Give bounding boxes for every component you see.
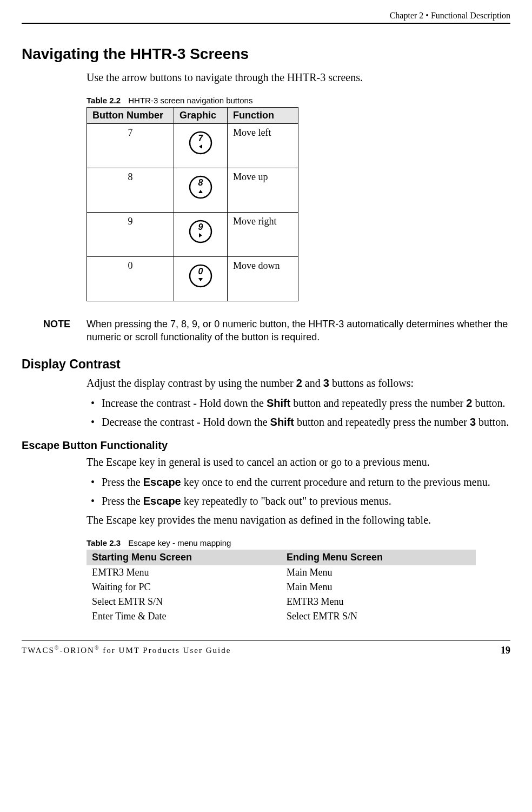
table23-caption: Table 2.3 Escape key - menu mapping bbox=[87, 538, 510, 547]
escape-outro: The Escape key provides the menu navigat… bbox=[87, 513, 510, 527]
page-number: 19 bbox=[501, 645, 510, 656]
escape-intro: The Escape key in general is used to can… bbox=[87, 455, 510, 470]
button-function: Move up bbox=[228, 168, 298, 213]
page-footer: TWACS®-ORION® for UMT Products User Guid… bbox=[22, 640, 510, 656]
contrast-increase: Increase the contrast - Hold down the Sh… bbox=[102, 396, 510, 411]
table-row: Select EMTR S/NEMTR3 Menu bbox=[87, 595, 476, 609]
starting-menu: Select EMTR S/N bbox=[87, 595, 281, 609]
nav-button-table: Button Number Graphic Function 77Move le… bbox=[87, 107, 298, 301]
starting-menu: Enter Time & Date bbox=[87, 609, 281, 624]
button-number: 8 bbox=[87, 168, 174, 213]
svg-text:0: 0 bbox=[198, 267, 203, 276]
button-graphic: 7 bbox=[174, 124, 228, 168]
section1-intro: Use the arrow buttons to navigate throug… bbox=[87, 70, 510, 85]
th-function: Function bbox=[228, 108, 298, 124]
right-arrow-button-icon: 9 bbox=[188, 219, 213, 247]
footer-title: TWACS®-ORION® for UMT Products User Guid… bbox=[22, 645, 231, 656]
svg-text:7: 7 bbox=[198, 134, 204, 143]
table-row: Enter Time & DateSelect EMTR S/N bbox=[87, 609, 476, 624]
starting-menu: Waiting for PC bbox=[87, 580, 281, 595]
section-title: Navigating the HHTR-3 Screens bbox=[22, 45, 510, 63]
note-block: NOTE When pressing the 7, 8, 9, or 0 num… bbox=[43, 318, 510, 344]
down-arrow-button-icon: 0 bbox=[188, 263, 213, 291]
table-row: Waiting for PCMain Menu bbox=[87, 580, 476, 595]
table23-caption-text: Escape key - menu mapping bbox=[128, 538, 231, 547]
button-function: Move right bbox=[228, 213, 298, 257]
button-function: Move down bbox=[228, 257, 298, 301]
note-label: NOTE bbox=[43, 318, 87, 344]
contrast-list: Increase the contrast - Hold down the Sh… bbox=[87, 396, 510, 430]
table22-caption-text: HHTR-3 screen navigation buttons bbox=[128, 96, 252, 105]
button-number: 0 bbox=[87, 257, 174, 301]
escape-list: Press the Escape key once to end the cur… bbox=[87, 475, 510, 509]
table-row: 00Move down bbox=[87, 257, 298, 301]
contrast-decrease: Decrease the contrast - Hold down the Sh… bbox=[102, 415, 510, 430]
left-arrow-button-icon: 7 bbox=[188, 130, 213, 158]
button-function: Move left bbox=[228, 124, 298, 168]
table22-caption: Table 2.2 HHTR-3 screen navigation butto… bbox=[87, 96, 510, 105]
ending-menu: EMTR3 Menu bbox=[281, 595, 476, 609]
escape-title: Escape Button Functionality bbox=[22, 439, 510, 452]
button-number: 9 bbox=[87, 213, 174, 257]
th-ending: Ending Menu Screen bbox=[281, 550, 476, 565]
table-row: 99Move right bbox=[87, 213, 298, 257]
th-button-number: Button Number bbox=[87, 108, 174, 124]
table22-number: Table 2.2 bbox=[87, 96, 121, 105]
page-header: Chapter 2 • Functional Description bbox=[22, 11, 510, 24]
button-graphic: 8 bbox=[174, 168, 228, 213]
button-graphic: 0 bbox=[174, 257, 228, 301]
table23-number: Table 2.3 bbox=[87, 538, 121, 547]
starting-menu: EMTR3 Menu bbox=[87, 565, 281, 580]
th-graphic: Graphic bbox=[174, 108, 228, 124]
button-number: 7 bbox=[87, 124, 174, 168]
ending-menu: Main Menu bbox=[281, 565, 476, 580]
table-row: 88Move up bbox=[87, 168, 298, 213]
th-starting: Starting Menu Screen bbox=[87, 550, 281, 565]
ending-menu: Main Menu bbox=[281, 580, 476, 595]
table-row: EMTR3 MenuMain Menu bbox=[87, 565, 476, 580]
note-text: When pressing the 7, 8, 9, or 0 numeric … bbox=[87, 318, 510, 344]
escape-once: Press the Escape key once to end the cur… bbox=[102, 475, 510, 490]
ending-menu: Select EMTR S/N bbox=[281, 609, 476, 624]
escape-repeat: Press the Escape key repeatedly to "back… bbox=[102, 494, 510, 509]
button-graphic: 9 bbox=[174, 213, 228, 257]
svg-text:8: 8 bbox=[198, 178, 203, 187]
svg-text:9: 9 bbox=[198, 222, 203, 232]
escape-map-table: Starting Menu Screen Ending Menu Screen … bbox=[87, 550, 476, 624]
contrast-intro: Adjust the display contrast by using the… bbox=[87, 376, 510, 391]
display-contrast-title: Display Contrast bbox=[22, 357, 510, 372]
table-row: 77Move left bbox=[87, 124, 298, 168]
up-arrow-button-icon: 8 bbox=[188, 175, 213, 202]
